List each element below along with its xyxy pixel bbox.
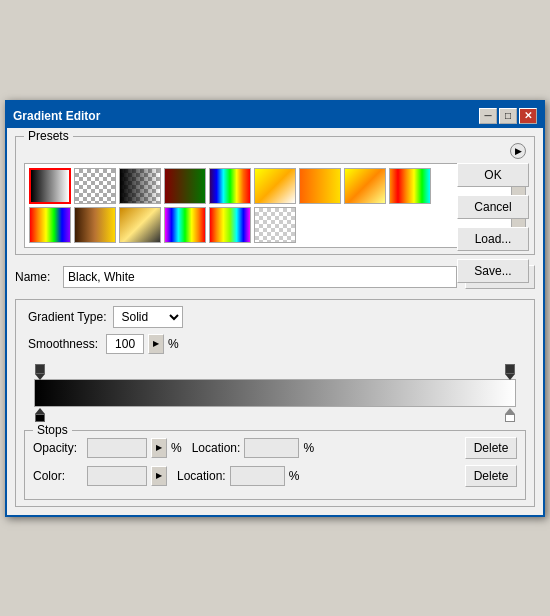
name-label: Name: bbox=[15, 270, 55, 284]
close-icon: ✕ bbox=[524, 110, 532, 121]
preset-item-orange[interactable] bbox=[299, 168, 341, 204]
opacity-label: Opacity: bbox=[33, 441, 83, 455]
color-location-label: Location: bbox=[177, 469, 226, 483]
opacity-row: Opacity: ▶ % Location: % Delete bbox=[33, 437, 517, 459]
color-delete-button[interactable]: Delete bbox=[465, 465, 517, 487]
opacity-delete-button[interactable]: Delete bbox=[465, 437, 517, 459]
color-stop-right[interactable] bbox=[504, 408, 516, 422]
opacity-location-label: Location: bbox=[192, 441, 241, 455]
gradient-type-label: Gradient Type: bbox=[28, 310, 107, 324]
close-button[interactable]: ✕ bbox=[519, 108, 537, 124]
presets-menu-button[interactable]: ▶ bbox=[510, 143, 526, 159]
save-button[interactable]: Save... bbox=[457, 259, 529, 283]
preset-item-black-transparent[interactable] bbox=[119, 168, 161, 204]
stops-legend: Stops bbox=[33, 423, 72, 437]
maximize-icon: □ bbox=[505, 110, 511, 121]
color-spinner-icon: ▶ bbox=[156, 471, 162, 480]
smoothness-spinner[interactable]: ▶ bbox=[148, 334, 164, 354]
gradient-type-select[interactable]: Solid Noise bbox=[113, 306, 183, 328]
preset-item-yellow-diag[interactable] bbox=[254, 168, 296, 204]
presets-scroll-area: ▲ ▼ bbox=[24, 163, 526, 248]
preset-item-diag2[interactable] bbox=[119, 207, 161, 243]
color-input[interactable] bbox=[87, 466, 147, 486]
load-button[interactable]: Load... bbox=[457, 227, 529, 251]
smoothness-percent: % bbox=[168, 337, 179, 351]
opacity-input[interactable] bbox=[87, 438, 147, 458]
preset-item-rainbow[interactable] bbox=[29, 207, 71, 243]
minimize-button[interactable]: ─ bbox=[479, 108, 497, 124]
opacity-spinner[interactable]: ▶ bbox=[151, 438, 167, 458]
title-bar: Gradient Editor ─ □ ✕ bbox=[7, 104, 543, 128]
ok-button[interactable]: OK bbox=[457, 163, 529, 187]
minimize-icon: ─ bbox=[484, 110, 491, 121]
type-row: Gradient Type: Solid Noise bbox=[28, 306, 526, 328]
opacity-spinner-icon: ▶ bbox=[156, 443, 162, 452]
bottom-stops-row bbox=[32, 408, 518, 422]
color-location-percent: % bbox=[289, 469, 300, 483]
name-input[interactable] bbox=[63, 266, 457, 288]
color-label: Color: bbox=[33, 469, 83, 483]
preset-item-copper[interactable] bbox=[74, 207, 116, 243]
cancel-button[interactable]: Cancel bbox=[457, 195, 529, 219]
gradient-editor-dialog: Gradient Editor ─ □ ✕ Presets ▶ bbox=[5, 100, 545, 517]
gradient-bar-container bbox=[32, 364, 518, 422]
opacity-location-input[interactable] bbox=[244, 438, 299, 458]
preset-item-black-white[interactable] bbox=[29, 168, 71, 204]
smoothness-input[interactable] bbox=[106, 334, 144, 354]
gradient-bar[interactable] bbox=[34, 379, 516, 407]
right-buttons: OK Cancel Load... Save... bbox=[457, 163, 529, 287]
opacity-stop-left[interactable] bbox=[34, 364, 46, 378]
opacity-location-percent: % bbox=[303, 441, 314, 455]
presets-arrow-icon: ▶ bbox=[515, 146, 522, 156]
color-location-input[interactable] bbox=[230, 466, 285, 486]
opacity-percent: % bbox=[171, 441, 182, 455]
preset-item-violet[interactable] bbox=[209, 168, 251, 204]
color-stop-left[interactable] bbox=[34, 408, 46, 422]
presets-grid bbox=[29, 168, 521, 243]
color-row: Color: ▶ Location: % Delete bbox=[33, 465, 517, 487]
spinner-icon: ▶ bbox=[153, 339, 159, 348]
preset-item-transparent[interactable] bbox=[74, 168, 116, 204]
presets-header: ▶ bbox=[24, 143, 526, 159]
smoothness-row: Smoothness: ▶ % bbox=[28, 334, 526, 354]
title-bar-buttons: ─ □ ✕ bbox=[479, 108, 537, 124]
preset-item-8[interactable] bbox=[344, 168, 386, 204]
preset-item-9[interactable] bbox=[389, 168, 431, 204]
preset-item-checkered[interactable] bbox=[254, 207, 296, 243]
maximize-button[interactable]: □ bbox=[499, 108, 517, 124]
preset-item-spectrum[interactable] bbox=[209, 207, 251, 243]
smoothness-label: Smoothness: bbox=[28, 337, 98, 351]
presets-legend: Presets bbox=[24, 129, 73, 143]
opacity-stop-right[interactable] bbox=[504, 364, 516, 378]
dialog-title: Gradient Editor bbox=[13, 109, 479, 123]
top-stops-row bbox=[32, 364, 518, 378]
preset-item-rainbow3[interactable] bbox=[164, 207, 206, 243]
preset-item-red-green[interactable] bbox=[164, 168, 206, 204]
color-spinner[interactable]: ▶ bbox=[151, 466, 167, 486]
gradient-settings: Gradient Type: Solid Noise Smoothness: ▶… bbox=[15, 299, 535, 507]
stops-group: Stops Opacity: ▶ % Location: % Delete bbox=[24, 430, 526, 500]
